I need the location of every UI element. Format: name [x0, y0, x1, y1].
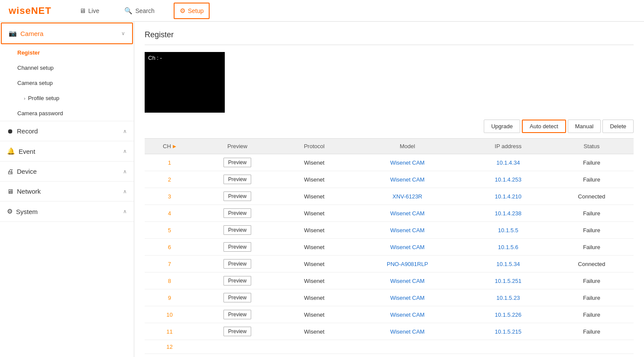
sidebar-section-system: ⚙ System ∧: [0, 201, 134, 222]
cell-ch: 1: [145, 154, 194, 171]
search-icon: 🔍: [124, 7, 133, 15]
logo: wiseNET: [9, 5, 52, 16]
preview-button[interactable]: Preview: [223, 208, 252, 218]
top-nav: wiseNET 🖥 Live 🔍 Search ⚙ Setup: [0, 0, 644, 22]
cell-preview: Preview: [194, 323, 280, 340]
sidebar: 📷 Camera ∨ Register Channel setup Camera…: [0, 22, 134, 357]
sidebar-device-left: 🖨 Device: [7, 168, 37, 175]
nav-setup-label: Setup: [188, 7, 204, 14]
preview-button[interactable]: Preview: [223, 225, 252, 235]
sidebar-camera-label: Camera: [20, 30, 43, 37]
main-layout: 📷 Camera ∨ Register Channel setup Camera…: [0, 22, 644, 357]
camera-sub-items: Register Channel setup Camera setup ›Pro…: [0, 45, 134, 121]
main-content: Register Ch : - Upgrade Auto detect Manu…: [134, 22, 644, 357]
preview-button[interactable]: Preview: [223, 175, 252, 184]
table-row: 6PreviewWisenetWisenet CAM10.1.5.6Failur…: [145, 239, 634, 256]
cell-preview: Preview: [194, 188, 280, 205]
cell-preview: Preview: [194, 154, 280, 171]
cell-status: Failure: [550, 222, 634, 239]
monitor-icon: 🖥: [79, 7, 86, 14]
preview-button[interactable]: Preview: [223, 158, 252, 167]
cell-model: Wisenet CAM: [348, 323, 467, 340]
cell-ip: 10.1.4.253: [467, 171, 550, 188]
table-row: 3PreviewWisenetXNV-6123R10.1.4.210Connec…: [145, 188, 634, 205]
preview-button[interactable]: Preview: [223, 259, 252, 269]
action-buttons: Upgrade Auto detect Manual Delete: [145, 120, 634, 133]
cell-ch: 12: [145, 340, 194, 354]
event-icon: 🔔: [7, 147, 15, 155]
record-icon: ⏺: [7, 127, 13, 135]
cell-model: Wisenet CAM: [348, 273, 467, 289]
cell-protocol: [280, 354, 348, 357]
col-protocol: Protocol: [280, 139, 348, 154]
sidebar-network-header[interactable]: 🖥 Network ∧: [0, 182, 134, 201]
sidebar-event-left: 🔔 Event: [7, 147, 35, 155]
ch-label: CH: [163, 143, 171, 149]
upgrade-button[interactable]: Upgrade: [484, 120, 520, 133]
cell-protocol: Wisenet: [280, 323, 348, 340]
logo-part2: NET: [31, 5, 52, 16]
cell-model: Wisenet CAM: [348, 306, 467, 323]
sidebar-item-profile-setup[interactable]: ›Profile setup: [0, 91, 134, 106]
sidebar-system-label: System: [16, 208, 38, 215]
sidebar-section-device: 🖨 Device ∧: [0, 162, 134, 182]
sidebar-event-header[interactable]: 🔔 Event ∧: [0, 141, 134, 161]
cell-ip: 10.1.4.34: [467, 154, 550, 171]
sidebar-camera-header[interactable]: 📷 Camera ∨: [1, 23, 133, 44]
preview-button[interactable]: Preview: [223, 276, 252, 286]
preview-button[interactable]: Preview: [223, 242, 252, 252]
cell-model: Wisenet CAM: [348, 154, 467, 171]
sidebar-item-register[interactable]: Register: [0, 45, 134, 60]
auto-detect-button[interactable]: Auto detect: [522, 120, 566, 133]
delete-button[interactable]: Delete: [602, 120, 634, 133]
preview-button[interactable]: Preview: [223, 310, 252, 319]
cell-status: Failure: [550, 154, 634, 171]
cell-ip: 10.1.5.226: [467, 306, 550, 323]
cell-ip: [467, 354, 550, 357]
sidebar-section-event: 🔔 Event ∧: [0, 141, 134, 162]
ch-sort-icon[interactable]: ▶: [173, 144, 176, 149]
cell-status: Failure: [550, 323, 634, 340]
cell-status: Connected: [550, 188, 634, 205]
preview-button[interactable]: Preview: [223, 191, 252, 201]
cell-ch: 5: [145, 222, 194, 239]
sidebar-device-header[interactable]: 🖨 Device ∧: [0, 162, 134, 181]
nav-live-label: Live: [88, 7, 100, 14]
sidebar-system-left: ⚙ System: [7, 208, 38, 215]
nav-search[interactable]: 🔍 Search: [118, 3, 160, 19]
cell-protocol: Wisenet: [280, 306, 348, 323]
cell-status: [550, 354, 634, 357]
cell-status: Failure: [550, 205, 634, 222]
cell-ip: [467, 340, 550, 354]
cell-status: [550, 340, 634, 354]
preview-button[interactable]: Preview: [223, 327, 252, 336]
device-collapse-icon: ∧: [123, 169, 127, 175]
cell-ip: 10.1.5.215: [467, 323, 550, 340]
sidebar-record-header[interactable]: ⏺ Record ∧: [0, 121, 134, 141]
sidebar-system-header[interactable]: ⚙ System ∧: [0, 201, 134, 221]
table-row: 8PreviewWisenetWisenet CAM10.1.5.251Fail…: [145, 273, 634, 289]
cell-status: Failure: [550, 171, 634, 188]
table-row: 7PreviewWisenetPNO-A9081RLP10.1.5.34Conn…: [145, 256, 634, 273]
nav-live[interactable]: 🖥 Live: [73, 3, 106, 19]
sidebar-item-camera-password[interactable]: Camera password: [0, 106, 134, 121]
sidebar-item-channel-setup[interactable]: Channel setup: [0, 60, 134, 75]
logo-part1: wise: [9, 5, 31, 16]
manual-button[interactable]: Manual: [568, 120, 601, 133]
cell-preview: Preview: [194, 205, 280, 222]
camera-icon: 📷: [9, 29, 17, 37]
col-ip: IP address: [467, 139, 550, 154]
cell-preview: Preview: [194, 289, 280, 306]
cell-status: Connected: [550, 256, 634, 273]
cell-ch: 8: [145, 273, 194, 289]
col-status: Status: [550, 139, 634, 154]
preview-button[interactable]: Preview: [223, 293, 252, 302]
sidebar-network-left: 🖥 Network: [7, 188, 41, 195]
sidebar-item-camera-setup[interactable]: Camera setup: [0, 75, 134, 91]
cell-model: Wisenet CAM: [348, 222, 467, 239]
event-collapse-icon: ∧: [123, 148, 127, 154]
table-row: 10PreviewWisenetWisenet CAM10.1.5.226Fai…: [145, 306, 634, 323]
cell-ch: 10: [145, 306, 194, 323]
sidebar-section-network: 🖥 Network ∧: [0, 182, 134, 201]
nav-setup[interactable]: ⚙ Setup: [174, 3, 210, 19]
